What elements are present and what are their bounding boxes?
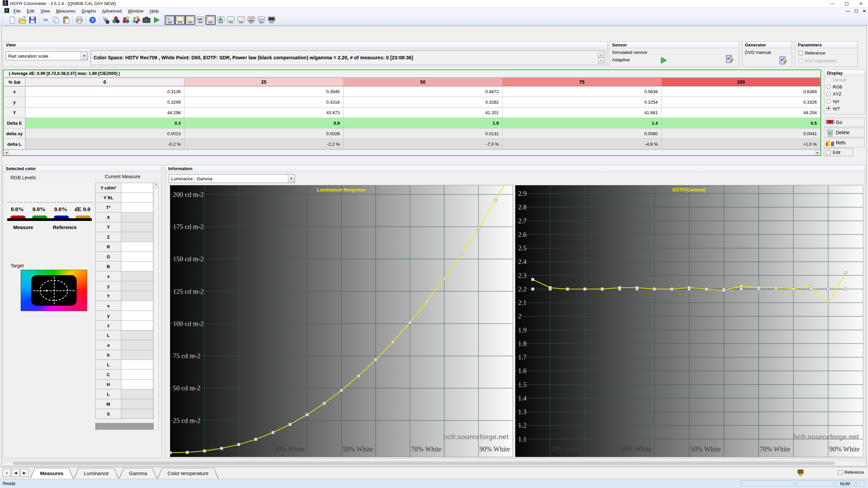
run-measures-button[interactable] xyxy=(152,15,162,25)
minimize-icon[interactable]: — xyxy=(825,0,840,7)
reference-toggle-checkbox[interactable] xyxy=(838,470,842,475)
measure-cell[interactable]: 44.254 xyxy=(662,107,821,118)
graph-selector-dropdown[interactable]: Luminance - Gamma ▼ xyxy=(169,174,295,183)
measure-cell[interactable]: 1.4 xyxy=(502,118,662,128)
mdi-restore-icon[interactable] xyxy=(855,9,858,14)
close-tab-icon[interactable]: x xyxy=(3,469,11,477)
measure-cell[interactable]: 0.3318 xyxy=(184,97,343,107)
view-gamma-graph-button[interactable] xyxy=(185,15,195,25)
radio-icon[interactable] xyxy=(826,85,831,89)
view-luminance-graph-button[interactable] xyxy=(175,15,185,25)
maximize-icon[interactable] xyxy=(840,0,854,7)
scroll-up-icon[interactable]: ▲ xyxy=(154,183,158,188)
chevron-down-icon[interactable]: ▼ xyxy=(81,52,87,60)
measure-cell[interactable]: 0.6369 xyxy=(662,86,821,97)
view-spectrum-button[interactable] xyxy=(267,15,277,25)
prev-tab-icon[interactable]: ◀ xyxy=(12,469,20,477)
measure-cell[interactable]: -7.3 % xyxy=(343,139,502,149)
measure-cell[interactable]: 0.3254 xyxy=(502,97,662,107)
measure-cell[interactable]: 43.673 xyxy=(184,107,343,118)
scale-selector-dropdown[interactable]: Red saturation scale ▼ xyxy=(6,52,88,60)
display-option-RGB[interactable]: RGB xyxy=(824,83,865,90)
display-option-XYZ[interactable]: XYZ xyxy=(824,90,865,98)
measure-cell[interactable]: 0.9 xyxy=(184,118,343,128)
view-cie-chart-button[interactable] xyxy=(216,15,226,25)
measure-cell[interactable]: 0.3 xyxy=(25,118,184,128)
measure-cell[interactable]: 0.0026 xyxy=(184,128,343,139)
measure-cell[interactable]: 0.3282 xyxy=(343,97,502,107)
menu-advanced[interactable]: Advanced xyxy=(99,8,125,14)
measure-cell[interactable]: 0.3136 xyxy=(25,86,184,97)
menu-graphs[interactable]: Graphs xyxy=(78,8,99,14)
edit-checkbox[interactable] xyxy=(826,150,831,155)
measure-cell[interactable]: 44.296 xyxy=(25,107,184,118)
menu-window[interactable]: Window xyxy=(125,8,146,14)
workspace-hscrollbar[interactable] xyxy=(2,461,866,466)
view-rgb-histories-button[interactable] xyxy=(246,15,256,25)
menu-measures[interactable]: Measures xyxy=(53,8,78,14)
measure-cell[interactable]: 0.3299 xyxy=(25,97,184,107)
sensor-play-icon[interactable] xyxy=(660,57,668,65)
measure-cell[interactable]: -2.2 % xyxy=(184,139,343,149)
next-tab-icon[interactable]: ▶ xyxy=(20,469,28,477)
measure-cell[interactable]: 0.3326 xyxy=(662,97,821,107)
measure-cell[interactable]: 0.0131 xyxy=(343,128,502,139)
table-hscrollbar[interactable]: ◀ ▶ xyxy=(3,149,821,155)
measure-cell[interactable]: -4.9 % xyxy=(502,139,662,149)
save-button[interactable] xyxy=(27,15,38,25)
go-button[interactable]: Go xyxy=(824,118,865,127)
measure-cell[interactable]: +1.0 % xyxy=(662,139,821,149)
measure-cell[interactable]: 0.0041 xyxy=(662,128,821,139)
tab-color-temperature[interactable]: Color temperature xyxy=(157,468,219,479)
display-option-xyY[interactable]: xyY xyxy=(824,105,865,112)
measure-cell[interactable]: 1.9 xyxy=(343,118,502,128)
delete-button[interactable]: Delete xyxy=(824,128,865,137)
measure-cell[interactable]: 0.0013 xyxy=(25,128,184,139)
secondaries-measure-button[interactable] xyxy=(121,15,131,25)
scrollbar-thumb[interactable] xyxy=(13,462,835,465)
display-option-xyz[interactable]: xyz xyxy=(824,98,865,105)
scroll-left-icon[interactable]: ◀ xyxy=(3,150,9,155)
measure-cell[interactable]: 0.5 xyxy=(662,118,821,128)
refs-button[interactable]: Refs xyxy=(824,138,865,147)
measure-cell[interactable]: 0.3945 xyxy=(184,86,343,97)
view-measures-history-button[interactable] xyxy=(256,15,267,25)
menu-edit[interactable]: Edit xyxy=(24,8,37,14)
radio-icon[interactable] xyxy=(826,99,831,103)
measure-cell[interactable]: 0.4872 xyxy=(343,86,502,97)
scroll-right-icon[interactable]: ▶ xyxy=(815,150,821,155)
measure-cell[interactable]: 0.0080 xyxy=(502,128,662,139)
chevron-down-icon[interactable]: ▼ xyxy=(288,175,295,183)
open-file-button[interactable] xyxy=(17,15,27,25)
close-icon[interactable]: ✕ xyxy=(854,0,868,7)
radio-icon[interactable] xyxy=(826,106,831,110)
measure-cell[interactable]: -0.2 % xyxy=(25,139,184,149)
menu-view[interactable]: View xyxy=(37,8,53,14)
tab-luminance[interactable]: Luminance xyxy=(74,468,119,479)
view-gamma-secondary-button[interactable] xyxy=(236,15,246,25)
edit-checkbox-row[interactable]: Edit xyxy=(824,148,853,156)
view-color-temp-graph-button[interactable] xyxy=(205,15,216,25)
mdi-minimize-icon[interactable]: — xyxy=(846,9,850,14)
measure-cell[interactable]: 41.201 xyxy=(343,107,502,118)
tab-measures[interactable]: Measures xyxy=(30,468,74,479)
reference-checkbox[interactable] xyxy=(798,51,803,55)
camera-button[interactable] xyxy=(141,15,152,25)
menu-help[interactable]: Help xyxy=(146,8,162,14)
all-colors-measure-button[interactable] xyxy=(131,15,141,25)
new-file-button[interactable] xyxy=(7,15,17,25)
copy-button[interactable] xyxy=(51,15,61,25)
measure-cell[interactable]: 0.5638 xyxy=(502,86,662,97)
view-rgb-levels-graph-button[interactable] xyxy=(195,15,205,25)
generator-config-icon[interactable] xyxy=(779,55,788,66)
paste-button[interactable] xyxy=(61,15,71,25)
measure-cell[interactable]: 41.681 xyxy=(502,107,662,118)
measure-table-scrollbar[interactable]: ▲ xyxy=(154,183,159,430)
view-measures-table-button[interactable] xyxy=(165,15,175,25)
grayscale-measure-button[interactable] xyxy=(101,15,111,25)
radio-icon[interactable] xyxy=(826,92,831,96)
menu-file[interactable]: File xyxy=(11,8,24,14)
cut-button[interactable]: ✂ xyxy=(41,15,51,25)
primaries-measure-button[interactable] xyxy=(111,15,121,25)
view-luminance-secondary-button[interactable] xyxy=(226,15,236,25)
